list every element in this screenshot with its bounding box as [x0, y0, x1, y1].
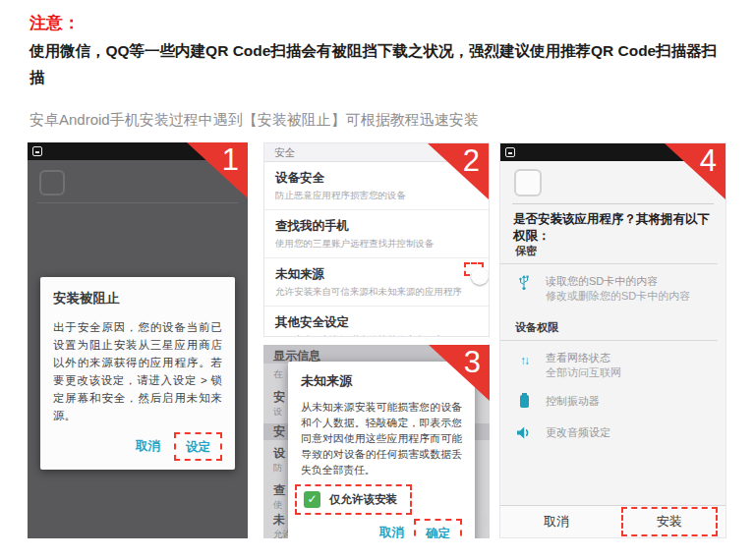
cancel-button[interactable]: 取消 — [379, 525, 404, 538]
network-arrows-icon: ↑↓ — [515, 351, 533, 368]
checkbox-checked-icon[interactable] — [304, 491, 320, 508]
app-icon-placeholder — [39, 170, 65, 196]
memory-card-icon — [505, 147, 515, 157]
checkbox-label: 仅允许该安装 — [329, 492, 397, 507]
dimmed-section-header: 安 — [263, 424, 285, 438]
highlight-box: 确定 — [414, 519, 462, 538]
divider — [512, 203, 714, 204]
permission-row-sd-card: 读取您的SD卡中的内容 修改或删除您的SD卡中的内容 — [500, 264, 725, 308]
cancel-button[interactable]: 取消 — [136, 438, 160, 455]
notice-body: 使用微信，QQ等一些内建QR Code扫描会有被阻挡下载之状况，强烈建议使用推荐… — [29, 37, 731, 90]
permission-row-network: ↑↓ 查看网络状态 全部访问互联网 — [500, 341, 725, 384]
step-number: 3 — [464, 345, 481, 380]
tutorial-page: 注意： 使用微信，QQ等一些内建QR Code扫描会有被阻挡下载之状况，强烈建议… — [0, 0, 754, 560]
setting-row-other-security[interactable]: 其他安全设定 更改安全更新和证书存储等其他安全设定 — [264, 307, 489, 337]
memory-card-icon — [32, 146, 42, 156]
dialog-body: 从未知来源安装可能损害您的设备和个人数据。轻敲确定，即表示您同意对因使用这些应用… — [301, 399, 462, 477]
setting-row-find-my-phone[interactable]: 查找我的手机 使用您的三星账户远程查找并控制设备 — [264, 210, 489, 258]
instruction-subtitle: 安卓Android手机安装过程中遇到【安装被阻止】可根据教程迅速安装 — [29, 111, 479, 130]
step-number: 4 — [700, 143, 717, 179]
screenshot-step-2: 安全 设备安全 防止恶意应用程序损害您的设备 查找我的手机 使用您的三星账户远程… — [263, 142, 490, 337]
dialog-title: 安装被阻止 — [53, 290, 222, 308]
highlight-box — [464, 262, 484, 276]
dimmed-row-title: 显示信息 — [263, 349, 320, 363]
screenshot-step-4: 1 4G 7 是否安装该应用程序？其将拥有以下权限： 保密 — [499, 142, 726, 538]
permission-group-privacy: 保密 — [500, 238, 718, 264]
install-blocked-dialog: 安装被阻止 出于安全原因，您的设备当前已设置为阻止安装从三星应用商店以外的来源获… — [40, 277, 235, 470]
notice-title: 注意： — [29, 12, 80, 34]
highlight-box: 安装 — [621, 507, 718, 536]
permission-group-device: 设备权限 — [500, 314, 718, 341]
permission-row-vibration: 控制振动器 — [500, 384, 725, 416]
settings-button[interactable]: 设定 — [186, 440, 210, 454]
step-number: 1 — [222, 142, 239, 178]
highlight-box: 设定 — [174, 432, 222, 461]
dialog-body: 出于安全原因，您的设备当前已设置为阻止安装从三星应用商店以外的来源获得的应用程序… — [53, 318, 222, 424]
dialog-button-bar: 取消 安装 — [500, 505, 725, 537]
usb-icon — [515, 274, 533, 295]
confirm-button[interactable]: 确定 — [426, 527, 450, 538]
highlight-box: 仅允许该安装 — [295, 484, 412, 515]
install-button[interactable]: 安装 — [657, 514, 682, 529]
app-icon-placeholder — [514, 169, 542, 196]
permission-row-audio: 更改音频设定 — [500, 416, 725, 447]
setting-row-unknown-sources[interactable]: 未知来源 允许安装来自可信来源和未知来源的应用程序 — [264, 258, 489, 307]
divider — [37, 202, 238, 203]
cancel-button[interactable]: 取消 — [500, 513, 613, 531]
screenshot-step-1: 1 4G 7 安装被阻止 出于安全原因，您的设备当前已设置为阻止安装从三星应用商… — [28, 142, 248, 538]
step-number: 2 — [463, 143, 480, 179]
speaker-icon — [515, 425, 533, 443]
screenshot-step-3: 显示信息 在 安 设 安 设 防 查 使 未 允许安装来自可信来源和未知来源的应… — [263, 345, 490, 538]
vibration-icon — [515, 394, 533, 412]
